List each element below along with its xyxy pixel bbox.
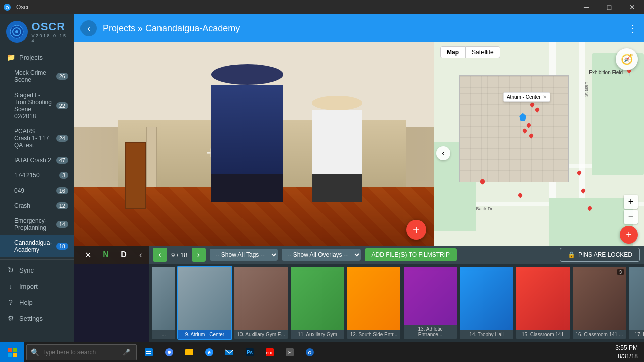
breadcrumb-current: Canandaigua-Academy xyxy=(145,23,240,33)
road-label-back: Back Dr xyxy=(476,206,492,211)
download-button[interactable]: D xyxy=(117,248,131,262)
sidebar-item-mock-crime-scene[interactable]: Mock Crime Scene 26 xyxy=(0,65,74,87)
staged-l-tron-label: Staged L-Tron Shooting Scene 02/2018 xyxy=(14,92,52,120)
menu-button[interactable]: ⋮ xyxy=(628,22,638,34)
filmstrip-item-9[interactable]: 9. Atrium - Center xyxy=(177,266,232,340)
taskbar-icon-mail[interactable] xyxy=(221,344,237,360)
add-fab-button[interactable]: + xyxy=(406,220,426,240)
filmstrip-item-15[interactable]: 15. Classroom 141 xyxy=(515,266,571,340)
pins-locked-label: PINS ARE LOCKED xyxy=(578,251,632,258)
filmstrip-item-17[interactable]: 17. East Hallway 1 xyxy=(628,266,644,340)
filmstrip-thumb-14 xyxy=(460,267,513,330)
tooltip-close[interactable]: ✕ xyxy=(543,94,547,100)
filmstrip-prev-button[interactable]: ‹ xyxy=(153,248,167,262)
taskbar-icon-app[interactable]: O xyxy=(302,344,318,360)
map-fab-button[interactable]: + xyxy=(620,226,638,244)
pins-locked-button[interactable]: 🔒 PINS ARE LOCKED xyxy=(560,248,640,262)
sync-label: Sync xyxy=(19,266,34,274)
staged-l-tron-badge: 22 xyxy=(56,102,68,109)
taskbar-icon-chrome[interactable] xyxy=(161,344,177,360)
back-button[interactable]: ‹ xyxy=(80,20,97,36)
filmstrip-thumb-11 xyxy=(291,267,344,330)
map-zoom-controls: + − xyxy=(624,195,638,224)
taskbar-icon-ie[interactable]: e xyxy=(201,344,217,360)
taskbar-icon-pdf[interactable]: PDF xyxy=(262,344,278,360)
taskbar-search[interactable]: 🔍 🎤 xyxy=(26,344,137,360)
filmstrip: ... 9. Atrium - Center 10. Auxillary Gym… xyxy=(149,264,644,342)
sidebar-item-help[interactable]: ? Help xyxy=(0,294,74,310)
sidebar: OSCR V 2 0 1 8 . 0 . 1 5 4 📁 Projects Mo… xyxy=(0,14,74,342)
start-button[interactable] xyxy=(0,342,24,363)
sidebar-item-iatai-crash-2[interactable]: IATAI Crash 2 47 xyxy=(0,153,74,168)
sidebar-item-settings[interactable]: ⚙ Settings xyxy=(0,310,74,326)
zoom-in-button[interactable]: + xyxy=(624,195,638,209)
breadcrumb-projects[interactable]: Projects xyxy=(103,23,135,33)
filmstrip-label-12: 12. South Side Entr... xyxy=(347,330,400,339)
filmstrip-thumb-10 xyxy=(234,267,288,330)
filmstrip-item-16[interactable]: 3 16. Classroom 141 ... xyxy=(572,266,627,340)
thumb-img-9 xyxy=(178,267,231,330)
filmstrip-item-13[interactable]: 13. Athletic Entrance... xyxy=(403,266,458,340)
svg-rect-7 xyxy=(8,353,12,357)
049-label: 049 xyxy=(14,187,24,194)
filmstrip-item-11[interactable]: 11. Auxillary Gym xyxy=(290,266,345,340)
mock-crime-scene-badge: 26 xyxy=(56,73,68,80)
filmstrip-thumb-prev xyxy=(152,267,175,330)
sidebar-item-canandaigua-academy[interactable]: Canandaigua-Academy 18 xyxy=(0,235,74,257)
taskbar-icon-explorer[interactable] xyxy=(141,344,157,360)
sidebar-item-pcars-crash[interactable]: PCARS Crash 1- 117 QA test 24 xyxy=(0,124,74,153)
folder-icon: 📁 xyxy=(6,53,15,61)
taskbar-icon-cut[interactable]: ✂ xyxy=(282,344,298,360)
filmstrip-label-10: 10. Auxillary Gym E... xyxy=(234,330,288,339)
tag-filter-select[interactable]: -- Show All Tags -- xyxy=(210,249,278,261)
close-photo-button[interactable]: ✕ xyxy=(80,248,95,262)
sidebar-item-staged-l-tron[interactable]: Staged L-Tron Shooting Scene 02/2018 22 xyxy=(0,87,74,124)
svg-point-13 xyxy=(168,351,171,354)
map-tab-satellite[interactable]: Satellite xyxy=(465,46,500,58)
normal-view-button[interactable]: N xyxy=(99,248,113,262)
sync-icon: ↻ xyxy=(6,266,15,274)
add-files-button[interactable]: ADD FILE(S) TO FILMSTRIP xyxy=(365,248,457,261)
filmstrip-item-12[interactable]: 12. South Side Entr... xyxy=(346,266,401,340)
taskbar-icon-ps[interactable]: Ps xyxy=(242,344,258,360)
help-label: Help xyxy=(19,299,33,306)
door xyxy=(125,142,146,208)
filmstrip-next-button[interactable]: › xyxy=(192,248,206,262)
sidebar-item-projects[interactable]: 📁 Projects xyxy=(0,49,74,65)
person-civilian xyxy=(312,96,362,202)
settings-label: Settings xyxy=(19,315,43,322)
minimize-button[interactable]: ─ xyxy=(575,0,598,14)
close-button[interactable]: ✕ xyxy=(621,0,644,14)
app-header: ‹ Projects » Canandaigua-Academy ⋮ xyxy=(74,14,644,42)
maximize-button[interactable]: □ xyxy=(598,0,621,14)
map-pin-ext-2 xyxy=(517,192,523,198)
tooltip-text: Atrium - Center xyxy=(507,94,541,100)
map-tab-map[interactable]: Map xyxy=(440,46,465,58)
svg-rect-8 xyxy=(13,353,17,357)
sidebar-item-emergency-preplanning[interactable]: Emergency-Preplanning 14 xyxy=(0,213,74,235)
sidebar-item-sync[interactable]: ↻ Sync xyxy=(0,262,74,278)
map-nav-back[interactable]: ‹ xyxy=(436,146,450,160)
crash-badge: 12 xyxy=(56,202,68,209)
taskbar: 🔍 🎤 e Ps PDF ✂ O 3 xyxy=(0,342,644,362)
sidebar-item-049[interactable]: 049 16 xyxy=(0,183,74,198)
sidebar-item-import[interactable]: ↓ Import xyxy=(0,278,74,294)
svg-text:PDF: PDF xyxy=(266,351,274,355)
torso-civilian xyxy=(312,110,362,174)
zoom-out-button[interactable]: − xyxy=(624,210,638,224)
overlay-filter-select[interactable]: -- Show All Overlays -- xyxy=(282,249,361,261)
sidebar-item-17-12150[interactable]: 17-12150 3 xyxy=(0,168,74,183)
sidebar-item-crash[interactable]: Crash 12 xyxy=(0,198,74,213)
filmstrip-item-10[interactable]: 10. Auxillary Gym E... xyxy=(233,266,289,340)
prev-photo-button[interactable]: ‹ xyxy=(139,250,142,260)
taskbar-icon-explorer2[interactable] xyxy=(181,344,197,360)
map-background[interactable]: East St Tamarack Dr Back Dr Exhibition F… xyxy=(434,42,644,264)
window-controls[interactable]: ─ □ ✕ xyxy=(575,0,644,14)
search-input[interactable] xyxy=(42,349,123,356)
clock-time: 3:55 PM xyxy=(615,344,638,352)
import-label: Import xyxy=(19,283,38,290)
photo-viewer: ✛ + ✕ N D ‹ Atrium - Center › 👁 ⛶ xyxy=(74,42,434,264)
filmstrip-item-prev[interactable]: ... xyxy=(151,266,176,340)
filmstrip-label-15: 15. Classroom 141 xyxy=(516,330,570,339)
filmstrip-item-14[interactable]: 14. Trophy Hall xyxy=(459,266,514,340)
